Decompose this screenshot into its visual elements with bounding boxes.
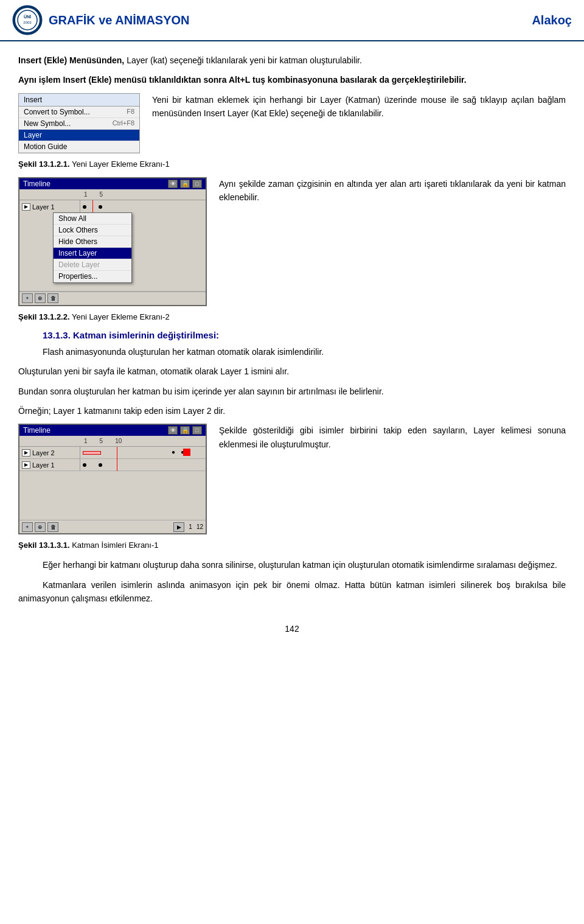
section-heading-1313: 13.1.3. Katman isimlerinin değiştirilmes…: [18, 330, 566, 340]
add-layer-button[interactable]: +: [22, 293, 33, 303]
menu-item-motion-guide[interactable]: Motion Guide: [19, 141, 139, 153]
para10-text: Şekilde gösterildiği gibi isimler birbir…: [219, 424, 566, 451]
ruler2-mark-10: 10: [115, 438, 122, 444]
layer1b-dot1: [83, 463, 86, 467]
section-timeline2: Timeline 👁 🔒 □ 1 5 10: [18, 424, 566, 534]
caption1-bold: Şekil 13.1.2.1.: [18, 159, 70, 169]
caption3-rest: Katman İsimleri Ekranı-1: [70, 541, 159, 550]
timeline1-titlebar: Timeline 👁 🔒 □: [19, 178, 206, 189]
delete-layer-button[interactable]: 🗑: [47, 293, 58, 303]
layer2-name-label: Layer 2: [32, 449, 55, 457]
ruler2-mark-5: 5: [100, 438, 103, 444]
timeline1-title: Timeline: [23, 180, 50, 188]
svg-point-1: [15, 8, 40, 32]
para1-rest: Layer (kat) seçeneği tıklanılarak yeni b…: [124, 55, 362, 65]
frame-dot-start: [83, 205, 86, 209]
timeline2-eye-icon[interactable]: 👁: [168, 426, 178, 435]
frame-dot-end: [99, 205, 102, 209]
layer2-name-area: ▶ Layer 2: [19, 447, 80, 458]
caption2-bold: Şekil 13.1.2.2.: [18, 312, 70, 321]
insert-menu-header: Insert: [19, 94, 139, 107]
timeline1-layer-row: ▶ Layer 1 Show All Lock Others Hide Othe…: [19, 200, 206, 292]
section-timeline1: Timeline 👁 🔒 □ 1 5: [18, 177, 566, 306]
layer2-frames: ● ●: [80, 447, 206, 458]
menu-item-newsymbol[interactable]: New Symbol... Ctrl+F8: [19, 118, 139, 130]
timeline2-frame-icon[interactable]: □: [192, 426, 202, 435]
layer2-frame-bar: [83, 451, 101, 455]
add-guide-button[interactable]: ⊕: [35, 293, 46, 303]
caption3-bold: Şekil 13.1.3.1.: [18, 541, 70, 550]
ruler-mark-5: 5: [100, 191, 103, 198]
paragraph-8: Bundan sonra oluşturulan her katman bu i…: [18, 385, 566, 398]
layer1-name-label: Layer 1: [32, 203, 55, 211]
timeline1-description: Aynı şekilde zaman çizgisinin en altında…: [219, 177, 566, 205]
ctx-properties[interactable]: Properties...: [54, 271, 131, 282]
layer1b-dot2: [99, 463, 102, 467]
layer2-red-square: [183, 449, 190, 456]
ctx-lock-others[interactable]: Lock Others: [54, 225, 131, 236]
svg-text:2003: 2003: [23, 21, 32, 24]
paragraph-7: Oluşturulan yeni bir sayfa ile katman, o…: [18, 365, 566, 378]
menu-item-layer-label: Layer: [24, 131, 42, 139]
caption1-rest: Yeni Layer Ekleme Ekranı-1: [70, 159, 170, 169]
caption-3: Şekil 13.1.3.1. Katman İsimleri Ekranı-1: [18, 541, 566, 550]
ruler2-mark-1: 1: [84, 438, 88, 444]
menu-item-convert-shortcut: F8: [127, 108, 134, 116]
timeline2-lock-icon[interactable]: 🔒: [180, 426, 190, 435]
layer2-lock-icon: ●: [172, 449, 175, 455]
page-number: 142: [18, 624, 566, 634]
menu-item-motion-guide-label: Motion Guide: [24, 142, 67, 151]
timeline1-icons: 👁 🔒 □: [168, 180, 202, 188]
para5-text: Aynı şekilde zaman çizgisinin en altında…: [219, 177, 566, 205]
paragraph-1: Insert (Ekle) Menüsünden, Layer (kat) se…: [18, 54, 566, 67]
caption-1: Şekil 13.1.2.1. Yeni Layer Ekleme Ekranı…: [18, 159, 566, 169]
ctx-delete-layer[interactable]: Delete Layer: [54, 259, 131, 271]
timeline2-layer2-row: ▶ Layer 2 ● ●: [19, 447, 206, 459]
menu-item-layer[interactable]: Layer: [19, 130, 139, 141]
timeline2-empty-space: [19, 471, 206, 520]
layer2-page-icon: ▶: [22, 449, 30, 457]
timeline1-container: Timeline 👁 🔒 □ 1 5: [18, 177, 207, 306]
para3-text: Yeni bir katman eklemek için herhangi bi…: [152, 93, 566, 121]
page-header: ÜNİ 2003 GRAFİK ve ANİMASYON Alakoç: [0, 0, 584, 41]
ruler-marks: 1 5: [82, 191, 103, 198]
layer1b-red-line: [117, 459, 117, 471]
timeline-frame-icon[interactable]: □: [192, 180, 202, 188]
timeline2-title: Timeline: [23, 426, 50, 435]
header-subtitle: Alakoç: [532, 13, 572, 27]
paragraph-2: Aynı işlem Insert (Ekle) menüsü tıklanıl…: [18, 73, 566, 86]
menu-item-convert[interactable]: Convert to Symbol... F8: [19, 107, 139, 118]
insert-menu: Insert Convert to Symbol... F8 New Symbo…: [18, 93, 140, 153]
timeline2-titlebar: Timeline 👁 🔒 □: [19, 425, 206, 436]
paragraph-12: Katmanlara verilen isimlerin aslında ani…: [18, 578, 566, 606]
add-guide2-button[interactable]: ⊕: [35, 522, 46, 532]
delete-layer2-button[interactable]: 🗑: [47, 522, 58, 532]
layer1b-page-icon: ▶: [22, 461, 30, 469]
layer1-page-icon: ▶: [22, 203, 30, 211]
timeline1-bottom: + ⊕ 🗑: [19, 292, 206, 305]
timeline1-ruler: 1 5: [19, 189, 206, 200]
ctx-insert-layer[interactable]: Insert Layer: [54, 248, 131, 259]
frame-counter: 1: [189, 523, 192, 530]
timeline2-layer1-row: ▶ Layer 1: [19, 459, 206, 471]
svg-text:ÜNİ: ÜNİ: [24, 14, 31, 19]
timeline-1: Timeline 👁 🔒 □ 1 5: [18, 177, 207, 306]
timeline-eye-icon[interactable]: 👁: [168, 180, 178, 188]
context-menu: Show All Lock Others Hide Others Insert …: [53, 212, 132, 283]
para2-bold: Aynı işlem Insert (Ekle) menüsü tıklanıl…: [18, 75, 467, 85]
timeline-lock-icon[interactable]: 🔒: [180, 180, 190, 188]
timeline2-description: Şekilde gösterildiği gibi isimler birbir…: [219, 424, 566, 451]
menu-item-newsymbol-shortcut: Ctrl+F8: [113, 119, 134, 128]
timeline2-ruler: 1 5 10: [19, 436, 206, 447]
insert-menu-description: Yeni bir katman eklemek için herhangi bi…: [152, 93, 566, 121]
menu-item-convert-label: Convert to Symbol...: [24, 108, 90, 116]
timeline2-bottom: + ⊕ 🗑 ▶ 1 12: [19, 520, 206, 533]
page-content: Insert (Ekle) Menüsünden, Layer (kat) se…: [0, 47, 584, 652]
play-button[interactable]: ▶: [173, 522, 184, 532]
header-title: GRAFİK ve ANİMASYON: [49, 13, 190, 27]
ctx-show-all[interactable]: Show All: [54, 213, 131, 225]
ctx-hide-others[interactable]: Hide Others: [54, 236, 131, 248]
add-layer2-button[interactable]: +: [22, 522, 33, 532]
layer1-name-area: ▶ Layer 1: [19, 200, 80, 214]
frame-total: 12: [196, 523, 203, 530]
